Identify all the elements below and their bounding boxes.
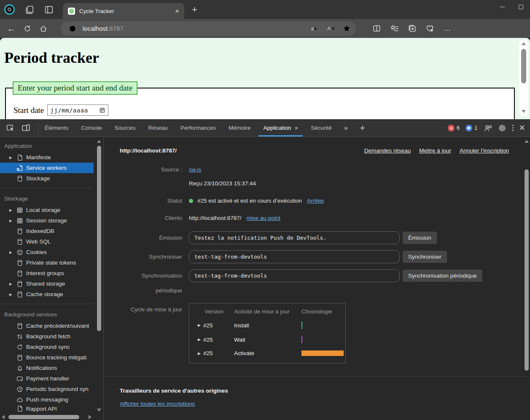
cycle-row-wait[interactable]: ▶#25 Wait xyxy=(198,336,345,343)
expand-arrow-icon[interactable]: ▶ xyxy=(198,323,201,327)
sync-button[interactable]: Synchroniser xyxy=(403,251,447,263)
sidebar-horizontal-scrollbar[interactable] xyxy=(0,414,93,420)
sidebar-hscroll-thumb[interactable] xyxy=(8,415,79,419)
sidebar-item-bounce-tracking[interactable]: Bounce tracking mitigati xyxy=(0,352,94,363)
browser-essentials-icon[interactable] xyxy=(423,22,436,35)
address-url[interactable]: localhost:8787 xyxy=(83,25,304,32)
scroll-up-arrow[interactable] xyxy=(522,42,526,45)
browser-tab[interactable]: Cycle Tracker × xyxy=(63,3,184,19)
sidebar-item-cache-storage[interactable]: ▶ Cache storage xyxy=(0,289,94,300)
expand-arrow-icon[interactable]: ▶ xyxy=(8,208,13,212)
calendar-icon[interactable] xyxy=(99,107,105,113)
minimize-button[interactable] xyxy=(493,0,511,13)
issue-badge[interactable]: 1 xyxy=(465,125,477,131)
feedback-icon[interactable] xyxy=(484,124,492,132)
sidebar-item-payment-handler[interactable]: Payment handler xyxy=(0,373,94,384)
expand-arrow-icon[interactable]: ▶ xyxy=(8,155,13,160)
address-bar[interactable]: localhost:8787 a A xyxy=(61,21,356,36)
sidebar-item-indexeddb[interactable]: IndexedDB xyxy=(0,226,94,236)
tab-sources[interactable]: Sources xyxy=(108,119,142,136)
sidebar-vertical-scrollbar[interactable] xyxy=(96,137,102,413)
page-scrollbar[interactable] xyxy=(519,40,528,116)
push-button[interactable]: Émission xyxy=(403,232,437,244)
cycle-row-activate[interactable]: ▶#25 Activate xyxy=(198,350,345,356)
scroll-right-arrow[interactable] xyxy=(89,415,91,419)
device-toolbar-icon[interactable] xyxy=(22,123,30,132)
sidebar-item-background-fetch[interactable]: Background fetch xyxy=(0,331,94,342)
sidebar-item-notifications[interactable]: Notifications xyxy=(0,363,94,373)
sync-input[interactable] xyxy=(189,250,400,263)
site-info-icon[interactable] xyxy=(67,23,78,35)
sidebar-item-service-workers[interactable]: Service workers xyxy=(0,163,94,173)
tab-actions-icon[interactable] xyxy=(44,5,54,14)
view-all-registrations-link[interactable]: Afficher toutes les inscriptions xyxy=(120,401,195,407)
cycle-row-install[interactable]: ▶#25 Install xyxy=(198,321,345,329)
translate-icon[interactable]: a xyxy=(309,23,320,35)
tab-security[interactable]: Sécurité xyxy=(304,119,338,136)
sidebar-item-push-messaging[interactable]: Push messaging xyxy=(0,394,94,405)
expand-arrow-icon[interactable]: ▶ xyxy=(8,292,13,297)
sidebar-item-storage[interactable]: Stockage xyxy=(0,173,94,184)
tab-memory[interactable]: Mémoire xyxy=(222,119,257,136)
scroll-up-arrow[interactable] xyxy=(97,140,101,143)
sidebar-item-session-storage[interactable]: ▶ Session storage xyxy=(0,215,94,226)
periodic-sync-button[interactable]: Synchronisation périodique xyxy=(403,270,482,282)
split-screen-icon[interactable] xyxy=(370,22,383,35)
error-badge[interactable]: × 6 xyxy=(448,125,460,131)
workspaces-icon[interactable] xyxy=(25,5,34,14)
favorite-star-icon[interactable] xyxy=(341,23,352,35)
browser-logo-icon[interactable] xyxy=(4,4,15,15)
tab-network[interactable]: Réseau xyxy=(142,119,174,136)
periodic-sync-input[interactable] xyxy=(189,269,400,282)
sidebar-item-back-forward-cache[interactable]: Cache précédent/suivant xyxy=(0,321,94,331)
sidebar-item-shared-storage[interactable]: ▶ Shared storage xyxy=(0,278,94,289)
home-button[interactable] xyxy=(37,22,50,35)
main-vertical-scrollbar[interactable] xyxy=(523,138,530,419)
main-scroll-thumb[interactable] xyxy=(525,169,529,371)
sidebar-scroll-thumb[interactable] xyxy=(97,146,101,331)
sidebar-item-private-state-tokens[interactable]: Private state tokens xyxy=(0,257,94,268)
sidebar-item-web-sql[interactable]: Web SQL xyxy=(0,236,94,247)
back-button[interactable]: ← xyxy=(5,22,18,35)
push-input[interactable] xyxy=(189,231,400,244)
more-tabs-icon[interactable]: » xyxy=(338,119,354,136)
expand-arrow-icon[interactable]: ▶ xyxy=(8,250,13,254)
sidebar-item-local-storage[interactable]: ▶ Local storage xyxy=(0,205,94,215)
sidebar-item-manifest[interactable]: ▶ Manifeste xyxy=(0,152,94,163)
tab-close-icon[interactable]: × xyxy=(175,8,179,15)
expand-arrow-icon[interactable]: ▶ xyxy=(8,219,13,223)
gear-icon[interactable] xyxy=(498,124,506,132)
unregister-link[interactable]: Annuler l’inscription xyxy=(460,147,509,154)
tab-performance[interactable]: Performances xyxy=(174,119,222,136)
read-aloud-icon[interactable]: A xyxy=(325,23,336,35)
scroll-left-arrow[interactable] xyxy=(2,415,5,419)
stop-link[interactable]: Arrêter xyxy=(307,198,324,204)
expand-arrow-icon[interactable]: ▶ xyxy=(198,351,201,356)
sidebar-item-background-sync[interactable]: Background sync xyxy=(0,342,94,352)
scroll-up-arrow[interactable] xyxy=(525,140,529,143)
devtools-menu-icon[interactable] xyxy=(512,125,514,131)
network-requests-link[interactable]: Demandes réseau xyxy=(364,147,411,154)
start-date-input[interactable]: jj/mm/aaaa xyxy=(47,104,108,116)
devtools-close-icon[interactable]: × xyxy=(519,122,525,134)
add-tab-icon[interactable]: + xyxy=(354,119,371,136)
new-tab-button[interactable]: + xyxy=(192,5,197,14)
inspect-element-icon[interactable] xyxy=(6,123,15,132)
page-scroll-thumb[interactable] xyxy=(521,49,526,83)
tab-elements[interactable]: Éléments xyxy=(38,119,75,136)
expand-arrow-icon[interactable]: ▶ xyxy=(198,337,201,342)
maximize-button[interactable] xyxy=(511,0,530,13)
source-file-link[interactable]: sw.js xyxy=(189,166,201,173)
favorites-list-icon[interactable] xyxy=(388,22,401,35)
tab-application-close-icon[interactable]: × xyxy=(295,124,299,131)
scroll-down-arrow[interactable] xyxy=(97,409,101,412)
tab-console[interactable]: Console xyxy=(75,119,108,136)
refresh-button[interactable] xyxy=(21,22,34,35)
sidebar-item-periodic-background-sync[interactable]: Periodic background syn xyxy=(0,384,94,394)
tab-application[interactable]: Application× xyxy=(257,119,304,136)
sidebar-item-reporting-api[interactable]: Rapport API xyxy=(0,405,94,412)
scroll-down-arrow[interactable] xyxy=(522,110,526,113)
sidebar-item-interest-groups[interactable]: Interest groups xyxy=(0,268,94,278)
expand-arrow-icon[interactable]: ▶ xyxy=(8,282,13,286)
update-link[interactable]: Mettre à jour xyxy=(419,147,451,154)
